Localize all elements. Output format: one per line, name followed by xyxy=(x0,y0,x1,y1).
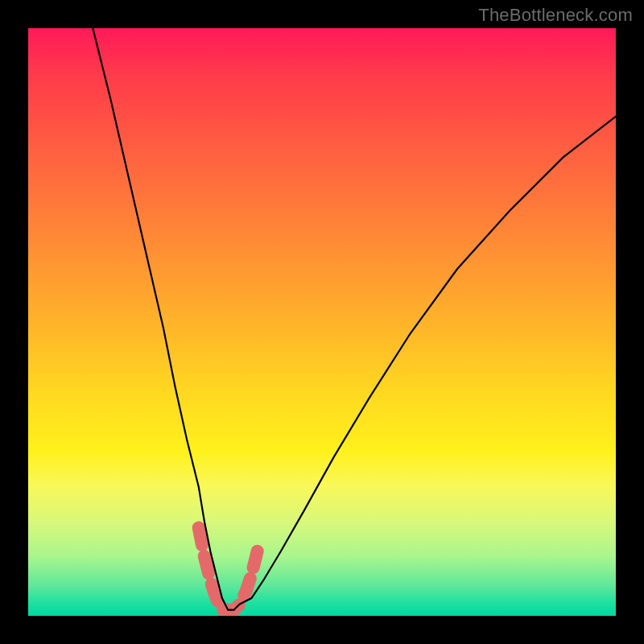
outer-frame: TheBottleneck.com xyxy=(0,0,644,644)
bottleneck-curve xyxy=(93,28,616,610)
curve-svg xyxy=(28,28,616,616)
watermark-text: TheBottleneck.com xyxy=(478,5,633,26)
plot-area xyxy=(28,28,616,616)
